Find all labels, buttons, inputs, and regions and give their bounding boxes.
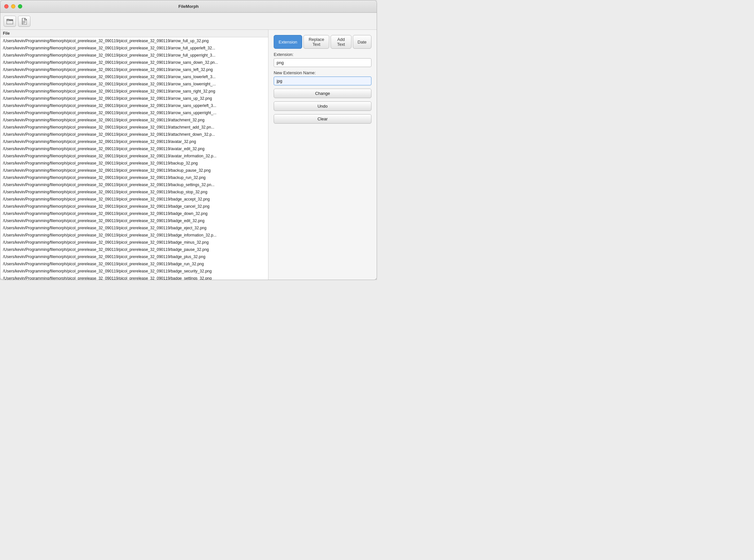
file-list-panel: File /Users/kevin/Programming/filemorph/… [0, 30, 268, 280]
window-title: FileMorph [178, 4, 199, 9]
list-item[interactable]: /Users/kevin/Programming/filemorph/picol… [0, 181, 268, 188]
list-item[interactable]: /Users/kevin/Programming/filemorph/picol… [0, 217, 268, 224]
list-item[interactable]: /Users/kevin/Programming/filemorph/picol… [0, 160, 268, 167]
maximize-button[interactable] [18, 4, 22, 8]
change-button[interactable]: Change [274, 89, 371, 98]
traffic-lights [4, 4, 22, 8]
list-item[interactable]: /Users/kevin/Programming/filemorph/picol… [0, 44, 268, 52]
close-button[interactable] [4, 4, 8, 8]
undo-button[interactable]: Undo [274, 101, 371, 111]
list-item[interactable]: /Users/kevin/Programming/filemorph/picol… [0, 267, 268, 275]
list-item[interactable]: /Users/kevin/Programming/filemorph/picol… [0, 174, 268, 181]
app-window: FileMorph File /Users/ [0, 0, 377, 280]
list-item[interactable]: /Users/kevin/Programming/filemorph/picol… [0, 124, 268, 131]
list-item[interactable]: /Users/kevin/Programming/filemorph/picol… [0, 224, 268, 232]
list-item[interactable]: /Users/kevin/Programming/filemorph/picol… [0, 145, 268, 153]
file-list-scroll[interactable]: /Users/kevin/Programming/filemorph/picol… [0, 37, 268, 280]
list-item[interactable]: /Users/kevin/Programming/filemorph/picol… [0, 88, 268, 95]
main-area: File /Users/kevin/Programming/filemorph/… [0, 30, 377, 280]
list-item[interactable]: /Users/kevin/Programming/filemorph/picol… [0, 210, 268, 217]
list-item[interactable]: /Users/kevin/Programming/filemorph/picol… [0, 253, 268, 260]
tab-extension[interactable]: Extension [274, 35, 302, 49]
list-item[interactable]: /Users/kevin/Programming/filemorph/picol… [0, 37, 268, 44]
list-item[interactable]: /Users/kevin/Programming/filemorph/picol… [0, 232, 268, 239]
list-item[interactable]: /Users/kevin/Programming/filemorph/picol… [0, 59, 268, 66]
list-item[interactable]: /Users/kevin/Programming/filemorph/picol… [0, 138, 268, 145]
spacer [274, 127, 371, 275]
folder-icon [6, 18, 13, 24]
tab-add-text[interactable]: Add Text [330, 35, 351, 49]
new-extension-label: New Extension Name: [274, 70, 371, 75]
list-item[interactable]: /Users/kevin/Programming/filemorph/picol… [0, 109, 268, 117]
extension-label: Extension: [274, 52, 371, 57]
list-item[interactable]: /Users/kevin/Programming/filemorph/picol… [0, 246, 268, 253]
list-item[interactable]: /Users/kevin/Programming/filemorph/picol… [0, 80, 268, 88]
list-item[interactable]: /Users/kevin/Programming/filemorph/picol… [0, 102, 268, 109]
tabs-row: Extension Replace Text Add Text Date [274, 35, 371, 49]
list-item[interactable]: /Users/kevin/Programming/filemorph/picol… [0, 239, 268, 246]
new-extension-field-group: New Extension Name: [274, 70, 371, 85]
right-panel: Extension Replace Text Add Text Date Ext… [268, 30, 377, 280]
file-list-header: File [0, 30, 268, 37]
list-item[interactable]: /Users/kevin/Programming/filemorph/picol… [0, 153, 268, 160]
new-extension-input[interactable] [274, 77, 371, 85]
clear-button[interactable]: Clear [274, 114, 371, 124]
list-item[interactable]: /Users/kevin/Programming/filemorph/picol… [0, 73, 268, 80]
list-item[interactable]: /Users/kevin/Programming/filemorph/picol… [0, 52, 268, 59]
titlebar: FileMorph [0, 0, 377, 13]
list-item[interactable]: /Users/kevin/Programming/filemorph/picol… [0, 203, 268, 210]
list-item[interactable]: /Users/kevin/Programming/filemorph/picol… [0, 131, 268, 138]
list-item[interactable]: /Users/kevin/Programming/filemorph/picol… [0, 117, 268, 124]
open-folder-button[interactable] [4, 16, 16, 27]
extension-input[interactable] [274, 58, 371, 67]
list-item[interactable]: /Users/kevin/Programming/filemorph/picol… [0, 260, 268, 267]
minimize-button[interactable] [11, 4, 15, 8]
toolbar [0, 13, 377, 30]
open-file-button[interactable] [18, 16, 30, 27]
extension-field-group: Extension: [274, 52, 371, 67]
list-item[interactable]: /Users/kevin/Programming/filemorph/picol… [0, 167, 268, 174]
list-item[interactable]: /Users/kevin/Programming/filemorph/picol… [0, 66, 268, 73]
tab-replace-text[interactable]: Replace Text [303, 35, 329, 49]
tab-date[interactable]: Date [353, 35, 371, 49]
file-icon [22, 18, 27, 24]
svg-rect-0 [6, 20, 13, 24]
list-item[interactable]: /Users/kevin/Programming/filemorph/picol… [0, 196, 268, 203]
list-item[interactable]: /Users/kevin/Programming/filemorph/picol… [0, 188, 268, 196]
list-item[interactable]: /Users/kevin/Programming/filemorph/picol… [0, 275, 268, 280]
list-item[interactable]: /Users/kevin/Programming/filemorph/picol… [0, 95, 268, 102]
